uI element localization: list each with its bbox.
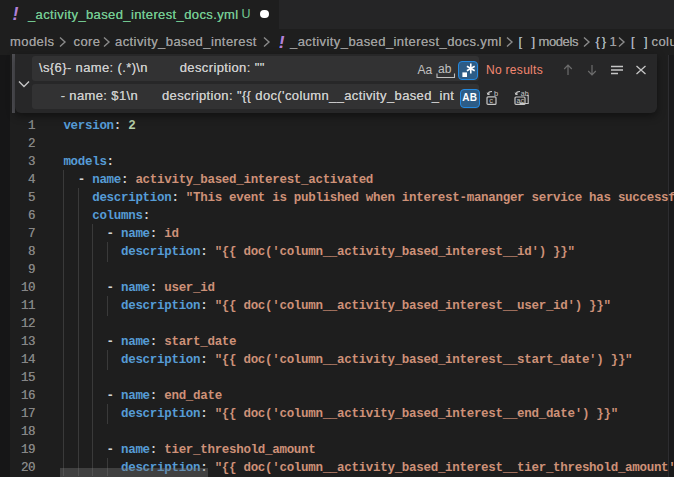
svg-text:c: c (489, 96, 493, 105)
